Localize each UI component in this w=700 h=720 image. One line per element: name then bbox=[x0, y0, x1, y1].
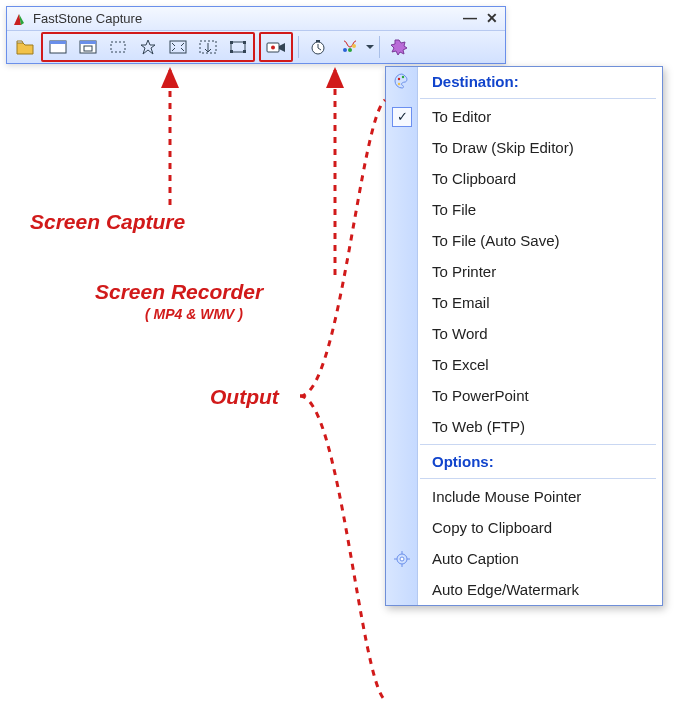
output-dropdown-caret-icon[interactable] bbox=[366, 34, 374, 60]
menu-item-copy-clipboard[interactable]: Copy to Clipboard bbox=[420, 512, 662, 543]
capture-freehand-button[interactable] bbox=[134, 34, 162, 60]
menu-item-label: Auto Edge/Watermark bbox=[432, 581, 579, 598]
annotation-screen-capture: Screen Capture bbox=[30, 210, 185, 234]
svg-rect-13 bbox=[243, 41, 246, 44]
capture-rect-button[interactable] bbox=[104, 34, 132, 60]
capture-full-screen-button[interactable] bbox=[164, 34, 192, 60]
capture-window-object-button[interactable] bbox=[74, 34, 102, 60]
destination-header: Destination: bbox=[420, 67, 662, 96]
capture-scrolling-button[interactable] bbox=[194, 34, 222, 60]
menu-item-auto-edge-watermark[interactable]: Auto Edge/Watermark bbox=[420, 574, 662, 605]
toolbar bbox=[7, 31, 505, 63]
recorder-group bbox=[259, 32, 293, 62]
menu-item-label: Copy to Clipboard bbox=[432, 519, 552, 536]
menu-item-label: To Web (FTP) bbox=[432, 418, 525, 435]
close-button[interactable]: ✕ bbox=[483, 11, 501, 27]
svg-rect-15 bbox=[243, 50, 246, 53]
menu-item-to-excel[interactable]: To Excel bbox=[420, 349, 662, 380]
menu-item-to-printer[interactable]: To Printer bbox=[420, 256, 662, 287]
menu-item-label: To Word bbox=[432, 325, 488, 342]
toolbar-separator bbox=[298, 36, 299, 58]
output-dropdown-button[interactable] bbox=[334, 34, 364, 60]
minimize-button[interactable]: — bbox=[461, 11, 479, 27]
svg-marker-8 bbox=[141, 40, 155, 54]
menu-item-include-mouse[interactable]: Include Mouse Pointer bbox=[420, 481, 662, 512]
svg-point-22 bbox=[348, 48, 352, 52]
menu-item-to-editor[interactable]: ✓ To Editor bbox=[420, 101, 662, 132]
annotation-screen-recorder: Screen Recorder bbox=[95, 280, 263, 304]
svg-point-21 bbox=[343, 48, 347, 52]
screen-recorder-button[interactable] bbox=[262, 34, 290, 60]
settings-button[interactable] bbox=[385, 34, 413, 60]
svg-marker-17 bbox=[279, 43, 285, 52]
svg-rect-3 bbox=[50, 41, 66, 44]
menu-item-to-web-ftp[interactable]: To Web (FTP) bbox=[420, 411, 662, 442]
menu-item-to-powerpoint[interactable]: To PowerPoint bbox=[420, 380, 662, 411]
delay-button[interactable] bbox=[304, 34, 332, 60]
window-title: FastStone Capture bbox=[33, 11, 457, 26]
menu-item-label: Auto Caption bbox=[432, 550, 519, 567]
menu-item-label: To Excel bbox=[432, 356, 489, 373]
app-logo-icon bbox=[11, 11, 27, 27]
annotation-output: Output bbox=[210, 385, 279, 409]
capture-tools-group bbox=[41, 32, 255, 62]
open-button[interactable] bbox=[11, 34, 39, 60]
toolbar-separator bbox=[379, 36, 380, 58]
menu-item-to-clipboard[interactable]: To Clipboard bbox=[420, 163, 662, 194]
svg-point-18 bbox=[271, 46, 275, 50]
menu-item-to-draw[interactable]: To Draw (Skip Editor) bbox=[420, 132, 662, 163]
menu-separator bbox=[420, 98, 656, 99]
svg-marker-24 bbox=[391, 40, 407, 55]
capture-active-window-button[interactable] bbox=[44, 34, 72, 60]
menu-item-label: Include Mouse Pointer bbox=[432, 488, 581, 505]
menu-item-to-word[interactable]: To Word bbox=[420, 318, 662, 349]
svg-rect-11 bbox=[231, 42, 245, 52]
svg-rect-12 bbox=[230, 41, 233, 44]
menu-item-to-email[interactable]: To Email bbox=[420, 287, 662, 318]
menu-separator bbox=[420, 444, 656, 445]
output-dropdown-menu: Destination: ✓ To Editor To Draw (Skip E… bbox=[385, 66, 663, 606]
menu-item-label: To Editor bbox=[432, 108, 491, 125]
menu-item-label: To File (Auto Save) bbox=[432, 232, 560, 249]
menu-separator bbox=[420, 478, 656, 479]
svg-rect-14 bbox=[230, 50, 233, 53]
menu-item-auto-caption[interactable]: Auto Caption bbox=[420, 543, 662, 574]
menu-item-to-file-autosave[interactable]: To File (Auto Save) bbox=[420, 225, 662, 256]
menu-item-label: To Draw (Skip Editor) bbox=[432, 139, 574, 156]
options-header: Options: bbox=[420, 447, 662, 476]
menu-item-label: To Printer bbox=[432, 263, 496, 280]
capture-fixed-region-button[interactable] bbox=[224, 34, 252, 60]
app-window: FastStone Capture — ✕ bbox=[6, 6, 506, 64]
menu-item-label: To File bbox=[432, 201, 476, 218]
check-icon: ✓ bbox=[392, 107, 412, 127]
menu-item-label: To Clipboard bbox=[432, 170, 516, 187]
svg-point-23 bbox=[352, 44, 356, 48]
menu-item-to-file[interactable]: To File bbox=[420, 194, 662, 225]
menu-item-label: To Email bbox=[432, 294, 490, 311]
titlebar: FastStone Capture — ✕ bbox=[7, 7, 505, 31]
svg-rect-5 bbox=[80, 41, 96, 44]
menu-item-label: To PowerPoint bbox=[432, 387, 529, 404]
svg-rect-7 bbox=[111, 42, 125, 52]
annotation-recorder-sub: ( MP4 & WMV ) bbox=[145, 306, 243, 322]
svg-rect-20 bbox=[316, 40, 320, 42]
svg-marker-0 bbox=[14, 14, 21, 25]
